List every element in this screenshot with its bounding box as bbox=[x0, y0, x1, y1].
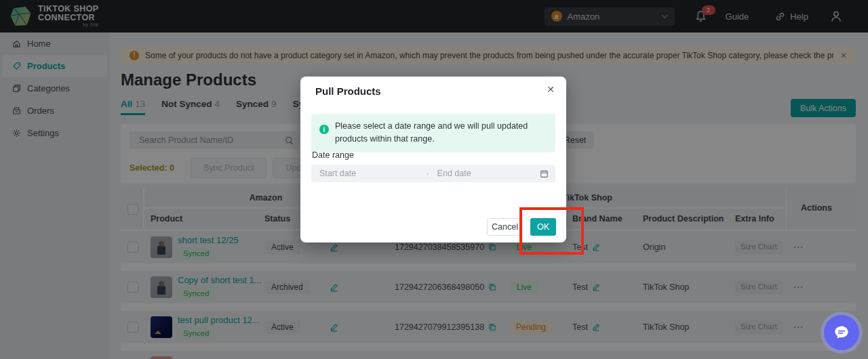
range-separator: - bbox=[426, 169, 429, 178]
calendar-icon bbox=[540, 169, 555, 178]
chat-bubble-icon bbox=[832, 323, 851, 342]
chat-widget-button[interactable] bbox=[824, 315, 859, 350]
cancel-button[interactable]: Cancel bbox=[487, 218, 522, 236]
modal-close-icon[interactable]: ✕ bbox=[547, 84, 555, 95]
date-range-label: Date range bbox=[312, 150, 354, 160]
start-date-input[interactable]: Start date bbox=[319, 169, 422, 178]
modal-title: Pull Products bbox=[315, 85, 381, 97]
date-range-picker[interactable]: Start date - End date bbox=[311, 165, 555, 182]
info-icon: i bbox=[319, 125, 329, 134]
annotation-highlight-rectangle bbox=[519, 207, 584, 255]
modal-info-alert: i Please select a date range and we will… bbox=[311, 114, 555, 152]
modal-info-text: Please select a date range and we will p… bbox=[335, 120, 547, 146]
end-date-input[interactable]: End date bbox=[437, 169, 540, 178]
